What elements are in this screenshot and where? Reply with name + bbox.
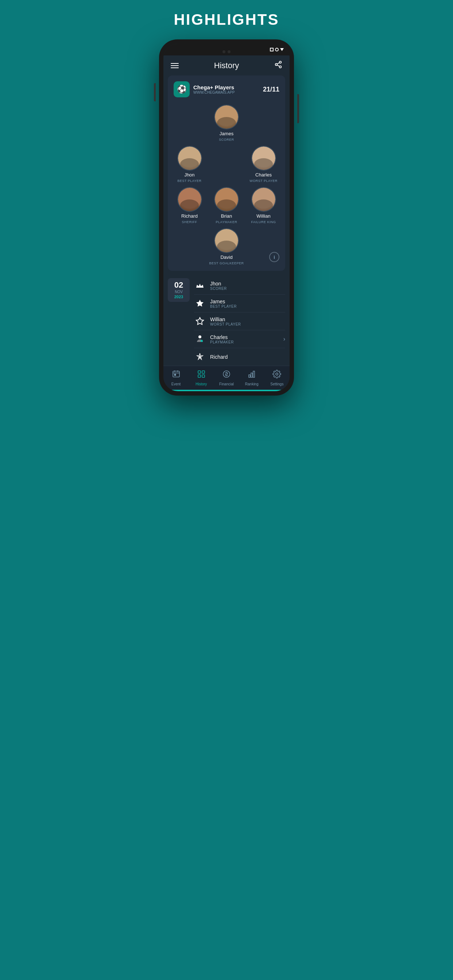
nav-event[interactable]: Event bbox=[165, 370, 187, 386]
nav-financial[interactable]: Financial bbox=[215, 370, 238, 386]
player-richard: Richard SHERIFF bbox=[174, 187, 205, 224]
timeline-month: NOV bbox=[171, 290, 186, 294]
timeline-year: 2023 bbox=[171, 294, 186, 299]
highlights-card: ⚽ Chega+ Players WWW.CHEGAMAIS.APP 21/11 bbox=[168, 75, 285, 271]
notch bbox=[208, 48, 245, 56]
card-header: ⚽ Chega+ Players WWW.CHEGAMAIS.APP 21/11 bbox=[174, 81, 279, 97]
name-brian: Brian bbox=[221, 213, 232, 219]
svg-rect-15 bbox=[174, 374, 176, 375]
star-outline-icon bbox=[194, 315, 206, 327]
name-charles: Charles bbox=[255, 172, 272, 178]
svg-point-7 bbox=[198, 336, 201, 338]
face-charles bbox=[252, 146, 275, 170]
status-bar bbox=[163, 44, 290, 56]
avatar-richard bbox=[177, 187, 202, 212]
menu-line bbox=[171, 65, 179, 66]
event-date: 21/11 bbox=[263, 86, 279, 93]
name-david: David bbox=[220, 255, 232, 260]
list-item[interactable]: Willian WORST PLAYER bbox=[194, 312, 285, 330]
list-item[interactable]: Richard bbox=[194, 348, 285, 366]
app-name: Chega+ Players bbox=[193, 84, 234, 91]
players-grid: James SCORER Jhon BEST PLAYER bbox=[174, 105, 279, 265]
player-david: David BEST GOALKEEPER bbox=[209, 228, 245, 265]
entry-role: PLAYMAKER bbox=[210, 340, 279, 344]
list-item[interactable]: Jhon SCORER bbox=[194, 277, 285, 294]
status-icons bbox=[270, 48, 284, 51]
entry-name: Willian bbox=[210, 317, 285, 322]
svg-line-3 bbox=[277, 65, 279, 66]
role-brian: PLAYMAKER bbox=[216, 220, 238, 224]
entry-info-charles: Charles PLAYMAKER bbox=[210, 334, 279, 344]
entries-list: Jhon SCORER Jam bbox=[194, 277, 285, 366]
hand-coin-icon bbox=[194, 333, 206, 345]
svg-rect-19 bbox=[202, 375, 205, 377]
teal-accent-bar bbox=[163, 390, 290, 391]
timeline-day: 02 bbox=[171, 281, 186, 289]
entry-info-richard: Richard bbox=[210, 354, 285, 360]
ranking-nav-icon bbox=[247, 370, 256, 380]
name-james: James bbox=[220, 131, 233, 136]
entry-name: Charles bbox=[210, 334, 279, 340]
avatar-brian bbox=[214, 187, 239, 212]
share-icon[interactable] bbox=[274, 60, 282, 70]
svg-marker-5 bbox=[196, 300, 204, 307]
avatar-charles bbox=[251, 146, 276, 170]
players-row-brian: Richard SHERIFF Brian PLAYMAKER bbox=[174, 187, 279, 224]
avatar-james bbox=[214, 105, 239, 129]
players-row-top: James SCORER bbox=[174, 105, 279, 142]
face-david bbox=[215, 229, 238, 252]
svg-point-1 bbox=[275, 64, 278, 65]
event-nav-label: Event bbox=[171, 382, 181, 386]
financial-nav-label: Financial bbox=[219, 382, 234, 386]
player-james-scorer: James SCORER bbox=[209, 105, 245, 142]
svg-rect-22 bbox=[251, 373, 252, 377]
avatar-willian bbox=[251, 187, 276, 212]
list-item[interactable]: James BEST PLAYER bbox=[194, 294, 285, 312]
app-url: WWW.CHEGAMAIS.APP bbox=[193, 91, 234, 94]
star-filled-icon bbox=[194, 298, 206, 309]
role-david: BEST GOALKEEPER bbox=[209, 261, 244, 265]
face-willian bbox=[252, 188, 275, 211]
app-icon: ⚽ bbox=[174, 81, 190, 97]
history-nav-icon bbox=[197, 370, 206, 380]
svg-rect-21 bbox=[249, 375, 250, 377]
svg-marker-6 bbox=[196, 318, 204, 325]
info-button[interactable]: i bbox=[269, 252, 279, 262]
event-nav-icon bbox=[172, 370, 180, 380]
timeline-section: 02 NOV 2023 bbox=[163, 271, 290, 366]
svg-point-0 bbox=[279, 61, 282, 64]
nav-ranking[interactable]: Ranking bbox=[241, 370, 263, 386]
face-brian bbox=[215, 188, 238, 211]
nav-history[interactable]: History bbox=[190, 370, 212, 386]
avatar-jhon bbox=[177, 146, 202, 170]
menu-line bbox=[171, 63, 179, 64]
role-willian: FAILURE KING bbox=[251, 220, 276, 224]
player-charles: Charles WORST PLAYER bbox=[248, 146, 279, 183]
player-jhon: Jhon BEST PLAYER bbox=[174, 146, 205, 183]
menu-button[interactable] bbox=[171, 63, 179, 68]
players-row-mid: Jhon BEST PLAYER Charles WORST PLAYER bbox=[174, 146, 279, 183]
settings-nav-label: Settings bbox=[270, 382, 283, 386]
date-column: 02 NOV 2023 bbox=[168, 277, 190, 366]
side-button-left bbox=[154, 83, 156, 101]
signal-icon bbox=[275, 48, 279, 51]
svg-rect-16 bbox=[198, 371, 201, 373]
phone-screen: History ⚽ Chega+ Players W bbox=[163, 44, 290, 391]
battery-icon bbox=[270, 48, 274, 51]
date-block: 02 NOV 2023 bbox=[168, 278, 190, 302]
face-richard bbox=[178, 188, 201, 211]
list-item[interactable]: Charles PLAYMAKER › bbox=[194, 330, 285, 348]
screen-title: History bbox=[214, 61, 239, 70]
entry-info-jhon: Jhon SCORER bbox=[210, 281, 285, 291]
players-row-david: David BEST GOALKEEPER i bbox=[174, 228, 279, 265]
timeline-entry: 02 NOV 2023 bbox=[168, 277, 285, 366]
nav-settings[interactable]: Settings bbox=[266, 370, 288, 386]
entry-name: Richard bbox=[210, 354, 285, 360]
crown-icon bbox=[194, 280, 206, 291]
entry-role: SCORER bbox=[210, 286, 285, 291]
name-jhon: Jhon bbox=[184, 172, 195, 178]
avatar-david bbox=[214, 228, 239, 253]
phone-shell: History ⚽ Chega+ Players W bbox=[159, 40, 294, 396]
app-content: History ⚽ Chega+ Players W bbox=[163, 56, 290, 366]
svg-rect-11 bbox=[173, 371, 179, 377]
